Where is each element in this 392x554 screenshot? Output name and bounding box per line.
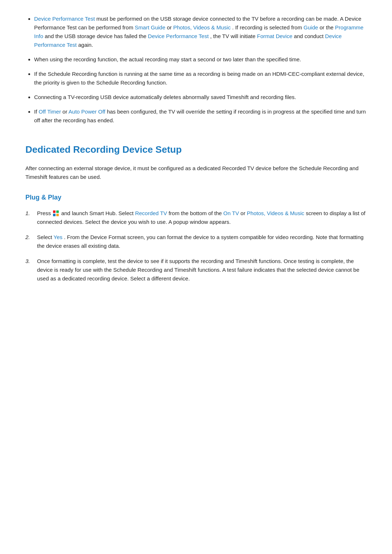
steps-list: 1. Press and launch Smart Hub. Select Re…	[25, 209, 367, 283]
link-photos-videos-music-2[interactable]: Photos, Videos & Music	[247, 210, 304, 216]
link-photos-videos-music-1[interactable]: Photos, Videos & Music	[173, 24, 230, 30]
step-3-number: 3.	[25, 257, 37, 266]
section-description: After connecting an external storage dev…	[25, 164, 367, 181]
bullet-item-4: Connecting a TV-recording USB device aut…	[34, 93, 367, 102]
bullet-item-2-text: When using the recording function, the a…	[34, 56, 301, 62]
smart-hub-icon	[53, 210, 59, 217]
link-device-performance-test-1[interactable]: Device Performance Test	[34, 16, 95, 22]
bullet-item-4-text: Connecting a TV-recording USB device aut…	[34, 94, 296, 100]
link-on-tv[interactable]: On TV	[223, 210, 239, 216]
bullet-item-2: When using the recording function, the a…	[34, 55, 367, 64]
subsection-title: Plug & Play	[25, 192, 367, 203]
svg-rect-0	[53, 210, 56, 213]
bullet-item-3: If the Schedule Recording function is ru…	[34, 70, 367, 87]
step-3: 3. Once formatting is complete, test the…	[25, 257, 367, 283]
step-2-content: Select Yes . From the Device Format scre…	[37, 233, 367, 250]
link-off-timer[interactable]: Off Timer	[39, 108, 61, 115]
step-2-number: 2.	[25, 233, 37, 242]
section-title: Dedicated Recording Device Setup	[25, 142, 367, 157]
bullet-item-1-text: Device Performance Test must be performe…	[34, 16, 363, 48]
bullet-item-5-text: If Off Timer or Auto Power Off has been …	[34, 108, 366, 123]
link-recorded-tv[interactable]: Recorded TV	[135, 210, 167, 216]
bullet-item-3-text: If the Schedule Recording function is ru…	[34, 71, 364, 86]
svg-rect-1	[56, 210, 59, 213]
step-3-content: Once formatting is complete, test the de…	[37, 257, 367, 283]
link-auto-power-off[interactable]: Auto Power Off	[69, 108, 105, 115]
bullet-item-1: Device Performance Test must be performe…	[34, 15, 367, 49]
step-2: 2. Select Yes . From the Device Format s…	[25, 233, 367, 250]
link-format-device[interactable]: Format Device	[257, 33, 293, 39]
link-yes[interactable]: Yes	[54, 234, 62, 240]
svg-rect-3	[56, 214, 59, 216]
step-1-number: 1.	[25, 209, 37, 218]
link-guide[interactable]: Guide	[303, 24, 318, 30]
bullet-list: Device Performance Test must be performe…	[25, 15, 367, 125]
bullet-item-5: If Off Timer or Auto Power Off has been …	[34, 107, 367, 125]
link-smart-guide[interactable]: Smart Guide	[135, 24, 165, 30]
step-1: 1. Press and launch Smart Hub. Select Re…	[25, 209, 367, 226]
step-1-content: Press and launch Smart Hub. Select Recor…	[37, 209, 367, 226]
link-device-performance-test-2[interactable]: Device Performance Test	[148, 33, 209, 39]
svg-rect-2	[53, 214, 56, 216]
